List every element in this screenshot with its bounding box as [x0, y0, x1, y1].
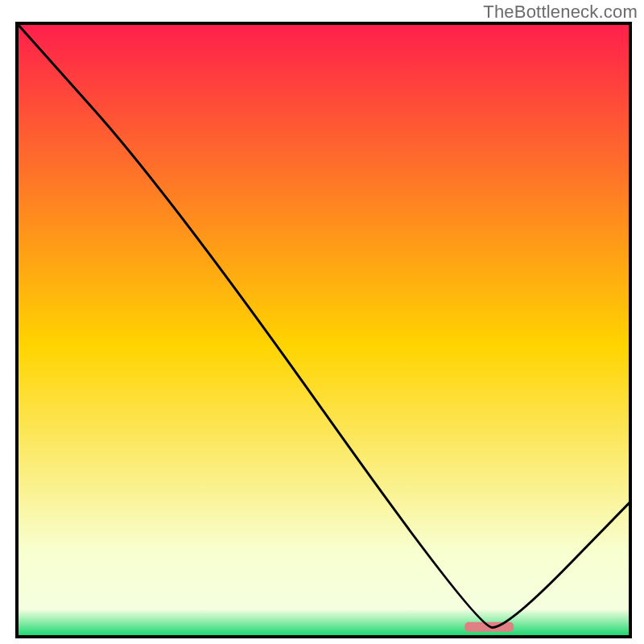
plot-background — [17, 23, 630, 609]
green-band — [17, 609, 630, 637]
chart-container: TheBottleneck.com — [0, 0, 644, 644]
chart-svg — [0, 0, 644, 644]
